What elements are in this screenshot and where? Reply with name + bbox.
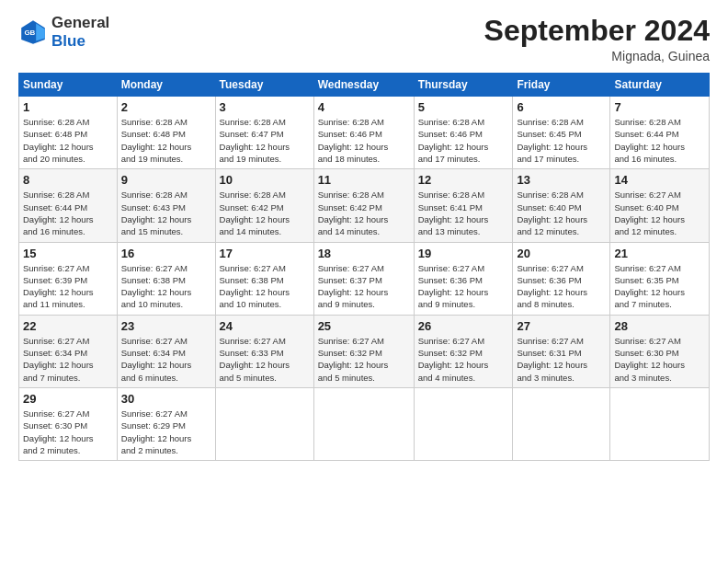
table-row: 2Sunrise: 6:28 AM Sunset: 6:48 PM Daylig… (117, 97, 215, 169)
day-info: Sunrise: 6:28 AM Sunset: 6:48 PM Dayligh… (121, 116, 211, 165)
day-info: Sunrise: 6:27 AM Sunset: 6:38 PM Dayligh… (220, 262, 310, 311)
day-number: 5 (418, 100, 509, 114)
day-number: 1 (23, 100, 113, 114)
table-row (513, 387, 610, 460)
table-row: 12Sunrise: 6:28 AM Sunset: 6:41 PM Dayli… (414, 169, 513, 242)
day-info: Sunrise: 6:28 AM Sunset: 6:42 PM Dayligh… (318, 189, 410, 237)
table-row: 7Sunrise: 6:28 AM Sunset: 6:44 PM Daylig… (610, 97, 710, 169)
day-info: Sunrise: 6:27 AM Sunset: 6:37 PM Dayligh… (318, 262, 410, 311)
location: Mignada, Guinea (484, 49, 710, 63)
table-row: 21Sunrise: 6:27 AM Sunset: 6:35 PM Dayli… (610, 242, 710, 315)
table-row: 17Sunrise: 6:27 AM Sunset: 6:38 PM Dayli… (215, 242, 313, 315)
calendar-week-row: 15Sunrise: 6:27 AM Sunset: 6:39 PM Dayli… (19, 242, 710, 315)
calendar-week-row: 8Sunrise: 6:28 AM Sunset: 6:44 PM Daylig… (19, 169, 710, 242)
col-tuesday: Tuesday (215, 74, 313, 97)
month-title: September 2024 (484, 15, 710, 47)
day-info: Sunrise: 6:27 AM Sunset: 6:34 PM Dayligh… (121, 335, 211, 384)
day-info: Sunrise: 6:27 AM Sunset: 6:31 PM Dayligh… (517, 335, 606, 384)
col-friday: Friday (513, 74, 610, 97)
day-info: Sunrise: 6:28 AM Sunset: 6:46 PM Dayligh… (418, 116, 509, 165)
table-row: 30Sunrise: 6:27 AM Sunset: 6:29 PM Dayli… (117, 387, 215, 460)
table-row (313, 387, 414, 460)
day-number: 28 (614, 319, 705, 333)
calendar-week-row: 22Sunrise: 6:27 AM Sunset: 6:34 PM Dayli… (19, 315, 710, 387)
svg-text:GB: GB (24, 29, 35, 38)
table-row: 24Sunrise: 6:27 AM Sunset: 6:33 PM Dayli… (215, 315, 313, 387)
day-number: 6 (517, 100, 606, 114)
header: GB General Blue September 2024 Mignada, … (18, 15, 710, 63)
day-number: 10 (220, 173, 310, 187)
day-number: 17 (220, 247, 310, 260)
table-row: 8Sunrise: 6:28 AM Sunset: 6:44 PM Daylig… (19, 169, 118, 242)
day-number: 8 (23, 173, 113, 187)
col-saturday: Saturday (610, 74, 710, 97)
day-number: 27 (517, 319, 606, 333)
day-info: Sunrise: 6:28 AM Sunset: 6:46 PM Dayligh… (318, 116, 410, 165)
title-block: September 2024 Mignada, Guinea (484, 15, 710, 63)
table-row: 22Sunrise: 6:27 AM Sunset: 6:34 PM Dayli… (19, 315, 118, 387)
day-info: Sunrise: 6:27 AM Sunset: 6:30 PM Dayligh… (23, 408, 113, 456)
day-info: Sunrise: 6:27 AM Sunset: 6:38 PM Dayligh… (121, 262, 211, 311)
calendar-header-row: Sunday Monday Tuesday Wednesday Thursday… (19, 74, 710, 97)
day-number: 16 (121, 247, 211, 260)
col-sunday: Sunday (19, 74, 118, 97)
day-info: Sunrise: 6:28 AM Sunset: 6:48 PM Dayligh… (23, 116, 113, 165)
day-info: Sunrise: 6:28 AM Sunset: 6:43 PM Dayligh… (121, 189, 211, 237)
calendar-week-row: 1Sunrise: 6:28 AM Sunset: 6:48 PM Daylig… (19, 97, 710, 169)
table-row: 6Sunrise: 6:28 AM Sunset: 6:45 PM Daylig… (513, 97, 610, 169)
table-row: 13Sunrise: 6:28 AM Sunset: 6:40 PM Dayli… (513, 169, 610, 242)
table-row: 4Sunrise: 6:28 AM Sunset: 6:46 PM Daylig… (313, 97, 414, 169)
table-row: 25Sunrise: 6:27 AM Sunset: 6:32 PM Dayli… (313, 315, 414, 387)
table-row (215, 387, 313, 460)
day-info: Sunrise: 6:27 AM Sunset: 6:36 PM Dayligh… (418, 262, 509, 311)
col-thursday: Thursday (414, 74, 513, 97)
day-info: Sunrise: 6:27 AM Sunset: 6:36 PM Dayligh… (517, 262, 606, 311)
calendar-table: Sunday Monday Tuesday Wednesday Thursday… (18, 73, 710, 461)
table-row: 14Sunrise: 6:27 AM Sunset: 6:40 PM Dayli… (610, 169, 710, 242)
table-row: 26Sunrise: 6:27 AM Sunset: 6:32 PM Dayli… (414, 315, 513, 387)
day-number: 11 (318, 173, 410, 187)
day-number: 4 (318, 100, 410, 114)
day-info: Sunrise: 6:28 AM Sunset: 6:40 PM Dayligh… (517, 189, 606, 237)
day-info: Sunrise: 6:28 AM Sunset: 6:44 PM Dayligh… (614, 116, 705, 165)
table-row: 15Sunrise: 6:27 AM Sunset: 6:39 PM Dayli… (19, 242, 118, 315)
day-number: 15 (23, 247, 113, 260)
logo-icon: GB (18, 17, 48, 47)
table-row: 18Sunrise: 6:27 AM Sunset: 6:37 PM Dayli… (313, 242, 414, 315)
table-row: 11Sunrise: 6:28 AM Sunset: 6:42 PM Dayli… (313, 169, 414, 242)
logo-general: General (51, 14, 109, 31)
day-info: Sunrise: 6:28 AM Sunset: 6:44 PM Dayligh… (23, 189, 113, 237)
logo: GB General Blue (18, 15, 109, 51)
day-number: 19 (418, 247, 509, 260)
table-row: 3Sunrise: 6:28 AM Sunset: 6:47 PM Daylig… (215, 97, 313, 169)
day-number: 22 (23, 319, 113, 333)
day-info: Sunrise: 6:27 AM Sunset: 6:35 PM Dayligh… (614, 262, 705, 311)
table-row: 1Sunrise: 6:28 AM Sunset: 6:48 PM Daylig… (19, 97, 118, 169)
day-info: Sunrise: 6:27 AM Sunset: 6:34 PM Dayligh… (23, 335, 113, 384)
table-row (414, 387, 513, 460)
day-number: 29 (23, 392, 113, 406)
day-info: Sunrise: 6:27 AM Sunset: 6:30 PM Dayligh… (614, 335, 705, 384)
day-info: Sunrise: 6:27 AM Sunset: 6:32 PM Dayligh… (418, 335, 509, 384)
table-row: 20Sunrise: 6:27 AM Sunset: 6:36 PM Dayli… (513, 242, 610, 315)
day-info: Sunrise: 6:28 AM Sunset: 6:47 PM Dayligh… (220, 116, 310, 165)
day-number: 9 (121, 173, 211, 187)
table-row: 9Sunrise: 6:28 AM Sunset: 6:43 PM Daylig… (117, 169, 215, 242)
day-info: Sunrise: 6:27 AM Sunset: 6:32 PM Dayligh… (318, 335, 410, 384)
table-row: 23Sunrise: 6:27 AM Sunset: 6:34 PM Dayli… (117, 315, 215, 387)
day-number: 7 (614, 100, 705, 114)
day-number: 25 (318, 319, 410, 333)
day-info: Sunrise: 6:28 AM Sunset: 6:41 PM Dayligh… (418, 189, 509, 237)
day-number: 18 (318, 247, 410, 260)
table-row: 28Sunrise: 6:27 AM Sunset: 6:30 PM Dayli… (610, 315, 710, 387)
calendar-week-row: 29Sunrise: 6:27 AM Sunset: 6:30 PM Dayli… (19, 387, 710, 460)
day-info: Sunrise: 6:27 AM Sunset: 6:29 PM Dayligh… (121, 408, 211, 456)
day-info: Sunrise: 6:28 AM Sunset: 6:42 PM Dayligh… (220, 189, 310, 237)
day-number: 20 (517, 247, 606, 260)
day-number: 13 (517, 173, 606, 187)
day-number: 2 (121, 100, 211, 114)
day-number: 30 (121, 392, 211, 406)
day-number: 14 (614, 173, 705, 187)
day-info: Sunrise: 6:27 AM Sunset: 6:40 PM Dayligh… (614, 189, 705, 237)
col-monday: Monday (117, 74, 215, 97)
